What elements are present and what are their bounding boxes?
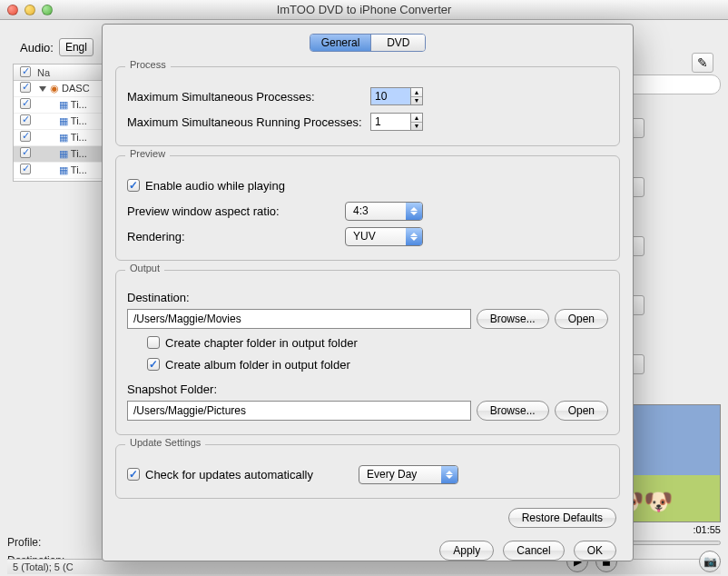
row-checkbox[interactable]: ✓: [20, 164, 31, 174]
checkbox-icon: [147, 358, 160, 371]
max-run-input[interactable]: [370, 113, 410, 131]
row-checkbox[interactable]: ✓: [20, 82, 31, 93]
legend-process: Process: [125, 59, 171, 70]
row-label: ▦ Ti...: [37, 132, 87, 144]
apply-button[interactable]: Apply: [439, 541, 494, 561]
group-preview: Preview Enable audio while playing Previ…: [115, 155, 620, 261]
stepper-up-icon[interactable]: ▲: [411, 88, 422, 97]
snapshot-browse-button[interactable]: Browse...: [477, 401, 549, 421]
snapshot-field[interactable]: /Users/Maggie/Pictures: [127, 401, 471, 421]
aspect-label: Preview window aspect ratio:: [127, 204, 345, 218]
stepper-up-icon[interactable]: ▲: [411, 114, 422, 123]
dest-label: Destination:: [127, 291, 608, 304]
rendering-label: Rendering:: [127, 230, 345, 243]
legend-preview: Preview: [125, 148, 170, 159]
chapter-folder-checkbox[interactable]: Create chapter folder in output folder: [147, 336, 358, 350]
legend-update: Update Settings: [125, 437, 205, 448]
max-sim-input[interactable]: [370, 87, 410, 105]
enable-audio-label: Enable audio while playing: [145, 179, 285, 193]
checkbox-icon: [147, 336, 160, 349]
max-run-label: Maximum Simultaneous Running Processes:: [127, 115, 370, 129]
row-label: ▦ Ti...: [37, 164, 87, 176]
col-name: Na: [37, 67, 50, 78]
row-label: ▦ Ti...: [37, 99, 87, 111]
max-sim-stepper[interactable]: ▲▼: [370, 87, 423, 105]
tab-dvd[interactable]: DVD: [370, 35, 425, 51]
checkbox-icon: [127, 468, 140, 481]
window-title: ImTOO DVD to iPhone Converter: [0, 3, 728, 16]
checkbox-icon: [127, 179, 140, 192]
aspect-select[interactable]: 4:3: [345, 202, 423, 221]
preferences-sheet: General DVD Process Maximum Simultaneous…: [102, 24, 634, 561]
chevron-updown-icon: [406, 203, 422, 220]
stepper-down-icon[interactable]: ▼: [411, 123, 422, 131]
auto-update-label: Check for updates automatically: [145, 468, 313, 482]
ok-button[interactable]: OK: [574, 541, 616, 561]
update-frequency-select[interactable]: Every Day: [359, 465, 458, 484]
row-label: ▦ Ti...: [37, 115, 87, 127]
auto-update-checkbox[interactable]: Check for updates automatically: [127, 468, 313, 482]
legend-output: Output: [125, 263, 164, 273]
enable-audio-checkbox[interactable]: Enable audio while playing: [127, 179, 285, 193]
chapter-folder-label: Create chapter folder in output folder: [165, 336, 358, 350]
dest-open-button[interactable]: Open: [555, 309, 608, 329]
album-folder-label: Create album folder in output folder: [165, 358, 350, 372]
check-all[interactable]: ✓: [20, 66, 31, 77]
album-folder-checkbox[interactable]: Create album folder in output folder: [147, 358, 350, 372]
max-sim-label: Maximum Simultaneous Processes:: [127, 90, 370, 104]
tab-general[interactable]: General: [310, 35, 371, 51]
stepper-down-icon[interactable]: ▼: [411, 97, 422, 105]
audio-select[interactable]: Engl: [59, 38, 93, 56]
audio-label: Audio:: [20, 41, 54, 55]
snapshot-open-button[interactable]: Open: [555, 401, 608, 421]
dialog-footer: Apply Cancel OK: [112, 541, 624, 561]
group-process: Process Maximum Simultaneous Processes: …: [115, 66, 620, 146]
max-run-stepper[interactable]: ▲▼: [370, 113, 423, 131]
row-checkbox[interactable]: ✓: [20, 147, 31, 158]
tab-bar: General DVD: [112, 34, 624, 52]
group-update: Update Settings Check for updates automa…: [115, 444, 620, 499]
restore-defaults-button[interactable]: Restore Defaults: [508, 508, 616, 528]
edit-profile-icon[interactable]: ✎: [692, 53, 713, 73]
chevron-updown-icon: [441, 466, 457, 483]
snapshot-label: Snapshot Folder:: [127, 382, 608, 396]
dest-browse-button[interactable]: Browse...: [477, 309, 549, 329]
titlebar: ImTOO DVD to iPhone Converter: [0, 0, 728, 20]
chevron-updown-icon: [406, 228, 422, 245]
row-checkbox[interactable]: ✓: [20, 131, 31, 142]
group-output: Output Destination: /Users/Maggie/Movies…: [115, 270, 620, 435]
row-label: ▦ Ti...: [37, 148, 87, 160]
dest-field[interactable]: /Users/Maggie/Movies: [127, 309, 471, 329]
row-label: ◉ DASC: [37, 83, 90, 94]
row-checkbox[interactable]: ✓: [20, 114, 31, 125]
snapshot-icon[interactable]: 📷: [699, 551, 721, 572]
row-checkbox[interactable]: ✓: [20, 98, 31, 109]
cancel-button[interactable]: Cancel: [503, 541, 564, 561]
rendering-select[interactable]: YUV: [345, 227, 423, 246]
